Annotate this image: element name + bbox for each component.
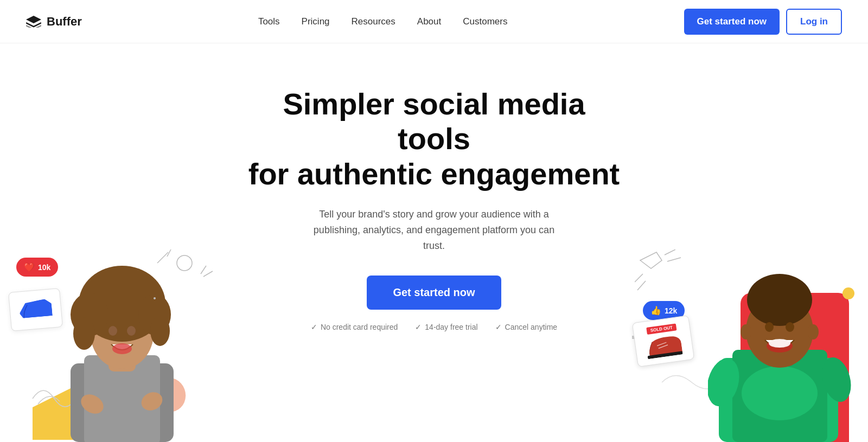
svg-line-2 [157,252,168,263]
svg-point-13 [71,293,108,336]
wavy-lines-right [659,366,746,399]
svg-line-5 [203,271,213,277]
nav-links: Tools Pricing Resources About Customers [258,16,508,27]
svg-line-27 [657,342,667,345]
check-icon-3: ✓ [495,323,502,331]
svg-point-6 [154,297,156,299]
svg-point-1 [177,255,192,271]
hero-cta-button[interactable]: Get started now [367,276,501,310]
svg-point-41 [741,324,751,339]
svg-line-25 [637,281,646,290]
sold-out-badge: sold out [646,323,677,335]
heart-icon: ❤️ [24,262,35,272]
nav-login-button[interactable]: Log in [786,9,842,35]
doodle-lines-right [635,249,716,320]
svg-point-40 [818,354,852,405]
nav-about[interactable]: About [417,16,441,27]
svg-line-3 [167,249,171,257]
social-likes-card-right: 👍 12k [643,301,685,320]
pink-blob-left [149,372,190,415]
svg-point-7 [149,373,190,413]
hero-title: Simpler social media tools for authentic… [244,87,624,191]
likes-count-right: 12k [665,306,677,315]
logo-icon [26,16,41,28]
person-right [708,241,852,442]
navigation: Buffer Tools Pricing Resources About Cus… [0,0,868,43]
svg-rect-32 [765,342,795,366]
benefit-no-credit-card: ✓ No credit card required [311,323,398,331]
likes-count-left: 10k [38,263,50,272]
svg-point-21 [138,389,165,414]
svg-line-24 [635,274,643,282]
hero-benefits: ✓ No credit card required ✓ 14-day free … [311,323,557,331]
svg-point-34 [747,274,812,326]
person-left [54,249,190,442]
benefit-cancel-anytime: ✓ Cancel anytime [495,323,558,331]
svg-point-12 [79,266,165,342]
red-panel-right [741,293,849,442]
nav-tools[interactable]: Tools [258,16,280,27]
nav-actions: Get started now Log in [684,9,842,35]
product-card-left [8,288,63,331]
svg-line-28 [658,345,668,348]
svg-point-42 [808,324,819,339]
svg-point-31 [742,366,818,420]
svg-point-11 [91,298,154,369]
svg-point-38 [769,339,790,348]
svg-point-14 [138,294,171,335]
svg-rect-10 [108,344,136,371]
hero-subtitle: Tell your brand's story and grow your au… [304,207,564,253]
check-icon-2: ✓ [415,323,422,331]
svg-point-18 [127,326,136,336]
small-dot-right [632,336,635,339]
svg-point-15 [73,317,95,350]
yellow-dot-right [843,287,854,299]
social-likes-card-left: ❤️ 10k [16,258,58,277]
boot-image-right [645,333,683,360]
svg-rect-8 [71,363,174,442]
check-icon-1: ✓ [311,323,317,331]
nav-get-started-button[interactable]: Get started now [684,9,780,35]
illustration-left: ❤️ 10k [0,247,228,442]
wavy-doodle-left [27,377,136,409]
svg-point-39 [708,355,744,409]
svg-point-16 [150,316,170,346]
nav-customers[interactable]: Customers [463,16,507,27]
svg-point-19 [112,343,132,354]
svg-point-33 [746,294,813,368]
shoe-image-left [18,296,53,323]
illustration-right: 👍 12k sold out [629,247,868,442]
svg-rect-0 [21,315,55,322]
svg-rect-9 [84,355,160,442]
nav-resources[interactable]: Resources [352,16,395,27]
svg-rect-26 [648,351,683,359]
nav-pricing[interactable]: Pricing [302,16,330,27]
svg-point-37 [767,339,793,353]
svg-point-35 [765,322,774,332]
logo-link[interactable]: Buffer [26,15,82,29]
svg-rect-30 [732,350,827,442]
sold-out-card: sold out [632,315,694,367]
yellow-blob-left [33,386,103,442]
benefit-free-trial: ✓ 14-day free trial [415,323,477,331]
svg-rect-29 [719,358,838,442]
svg-point-20 [78,390,107,418]
brand-name: Buffer [47,15,82,29]
doodle-lines-left [152,247,217,317]
svg-line-22 [665,249,675,255]
svg-point-17 [108,326,117,336]
svg-line-4 [201,266,206,274]
svg-line-23 [667,258,681,261]
svg-point-36 [786,322,794,332]
thumb-up-icon: 👍 [650,305,661,316]
hero-section: Simpler social media tools for authentic… [0,43,868,442]
